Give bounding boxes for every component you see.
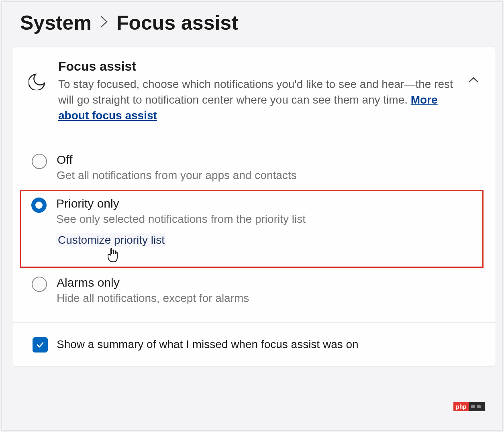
breadcrumb-current: Focus assist — [116, 11, 238, 35]
svg-rect-0 — [471, 405, 475, 408]
check-icon — [35, 340, 45, 350]
radio-circle-priority[interactable] — [31, 198, 47, 213]
watermark: php — [453, 402, 485, 411]
section-title: Focus assist — [58, 59, 456, 74]
radio-label-off: Off — [57, 153, 480, 167]
cursor-hand-icon — [105, 247, 120, 265]
radio-option-priority[interactable]: Priority only See only selected notifica… — [20, 190, 484, 268]
section-description-text: To stay focused, choose which notificati… — [58, 78, 453, 106]
section-header: Focus assist To stay focused, choose whi… — [12, 47, 496, 136]
radio-desc-off: Get all notifications from your apps and… — [57, 169, 480, 182]
radio-desc-priority: See only selected notifications from the… — [56, 213, 466, 226]
focus-assist-card: Focus assist To stay focused, choose whi… — [12, 47, 496, 367]
moon-icon — [29, 72, 47, 92]
summary-checkbox-section: Show a summary of what I missed when foc… — [12, 323, 496, 366]
focus-mode-radio-group: Off Get all notifications from your apps… — [12, 136, 496, 323]
summary-checkbox[interactable] — [33, 337, 48, 353]
watermark-text: php — [453, 402, 469, 411]
chevron-up-icon[interactable] — [467, 76, 480, 86]
radio-option-alarms[interactable]: Alarms only Hide all notifications, exce… — [12, 270, 496, 310]
section-description: To stay focused, choose which notificati… — [58, 76, 456, 124]
svg-rect-1 — [477, 405, 481, 408]
radio-text-alarms: Alarms only Hide all notifications, exce… — [57, 276, 480, 305]
radio-option-off[interactable]: Off Get all notifications from your apps… — [12, 147, 496, 187]
radio-circle-alarms[interactable] — [32, 277, 47, 292]
radio-text-priority: Priority only See only selected notifica… — [56, 197, 466, 247]
breadcrumb-parent[interactable]: System — [20, 11, 92, 35]
radio-label-alarms: Alarms only — [57, 276, 480, 289]
watermark-cn-icon — [469, 402, 485, 411]
section-header-text: Focus assist To stay focused, choose whi… — [58, 59, 456, 124]
chevron-right-icon — [100, 14, 108, 31]
radio-label-priority: Priority only — [56, 197, 466, 210]
radio-desc-alarms: Hide all notifications, except for alarm… — [57, 292, 480, 305]
breadcrumb: System Focus assist — [8, 4, 496, 47]
radio-circle-off[interactable] — [32, 154, 47, 169]
radio-text-off: Off Get all notifications from your apps… — [57, 153, 480, 182]
summary-checkbox-label: Show a summary of what I missed when foc… — [57, 336, 359, 352]
customize-priority-link[interactable]: Customize priority list — [56, 233, 166, 247]
